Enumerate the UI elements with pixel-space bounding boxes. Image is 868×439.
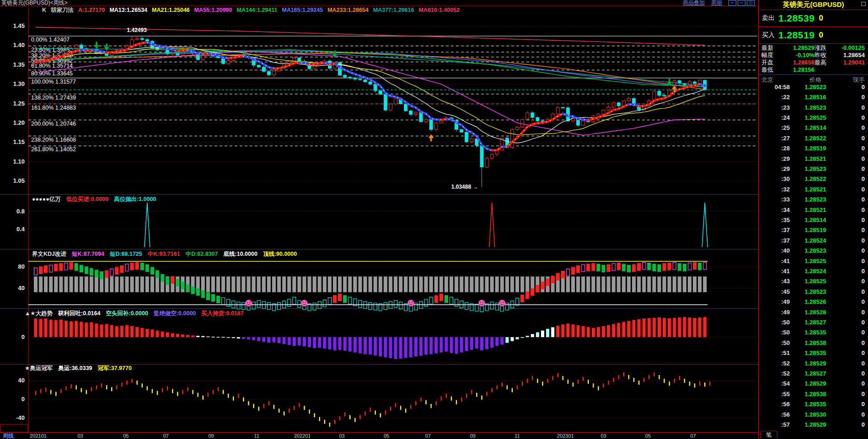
tick-row[interactable]: :251.285140 xyxy=(759,123,868,133)
yiwan-title: ●●●●●亿万 xyxy=(32,196,61,202)
yiwan-value-0: 低位买进:0.0000 xyxy=(66,196,108,202)
ma-prefix: K xyxy=(42,7,46,13)
tick-row[interactable]: :491.285280 xyxy=(759,307,868,317)
split-window-icon[interactable]: ◫ xyxy=(747,0,755,6)
tick-row[interactable]: :221.285160 xyxy=(759,92,868,102)
tick-cell-p: 1.28516 xyxy=(790,94,841,100)
tick-cell-t: :35 xyxy=(761,217,790,223)
stat-value-4: 1.28658 xyxy=(780,59,814,66)
trend-title: ▲★大趋势 xyxy=(25,310,53,317)
tick-row[interactable]: :321.285210 xyxy=(759,184,868,194)
tick-row[interactable]: :451.285230 xyxy=(759,286,868,296)
tick-row[interactable]: :401.285230 xyxy=(759,246,868,256)
ma-value-0: A:1.27170 xyxy=(78,7,105,13)
tick-row[interactable]: :291.285230 xyxy=(759,164,868,174)
tick-row[interactable]: :521.285290 xyxy=(759,358,868,368)
tick-cell-v: 0 xyxy=(841,268,865,275)
svg-text:0.00% 1.42407: 0.00% 1.42407 xyxy=(31,37,70,43)
tick-cell-v: 0 xyxy=(841,104,865,111)
tick-row[interactable]: :341.285210 xyxy=(759,205,868,215)
tick-cell-p: 1.28514 xyxy=(790,124,841,131)
tick-cell-p: 1.28524 xyxy=(790,237,841,244)
svg-text:261.80% 1.14052: 261.80% 1.14052 xyxy=(31,146,76,153)
stat-value-6: 1.28156 xyxy=(780,66,814,74)
tick-row[interactable]: :501.285270 xyxy=(759,317,868,327)
tick-row[interactable]: :491.285260 xyxy=(759,297,868,307)
tick-table[interactable]: 04:581.285230:221.285160:231.285230:241.… xyxy=(759,82,868,430)
tick-row[interactable]: :411.285240 xyxy=(759,266,868,276)
tick-row[interactable]: :561.285300 xyxy=(759,409,868,419)
period-button[interactable]: 周期 xyxy=(711,0,722,6)
tick-cell-p: 1.28538 xyxy=(790,391,841,397)
tick-cell-v: 0 xyxy=(841,278,865,285)
stat-label-0: 最新 xyxy=(761,44,780,52)
tick-row[interactable]: :541.285290 xyxy=(759,379,868,389)
tick-row[interactable]: :371.285240 xyxy=(759,235,868,245)
svg-text:1.15: 1.15 xyxy=(13,138,25,145)
sell-row[interactable]: 卖出 1.28539 0 xyxy=(759,10,868,27)
olympic-title: ★奥运冠军 xyxy=(25,365,53,371)
overlay-symbol-button[interactable]: 商品叠加 xyxy=(683,0,705,6)
kdj-value-2: 中K:93.7161 xyxy=(148,251,180,257)
chart-canvas[interactable]: 1.451.401.351.301.251.201.151.101.050.00… xyxy=(0,0,758,439)
tick-cell-t: :30 xyxy=(761,175,790,182)
buy-price: 1.28519 xyxy=(778,30,814,41)
tick-row[interactable]: 04:581.285230 xyxy=(759,82,868,92)
trend-value-0: 获利回吐:0.0164 xyxy=(58,310,100,317)
tick-cell-v: 0 xyxy=(841,217,865,223)
ma-indicator-row: K胡家刀法A:1.27170MA13:1.26534MA21:1.25046MA… xyxy=(42,6,464,14)
tick-cell-t: :29 xyxy=(761,165,790,172)
tick-cell-t: :56 xyxy=(761,411,790,418)
tick-cell-p: 1.28535 xyxy=(790,401,841,407)
tick-cell-t: :45 xyxy=(761,288,790,295)
svg-text:80: 80 xyxy=(18,263,25,270)
tick-row[interactable]: :511.285350 xyxy=(759,348,868,358)
svg-text:138.20% 1.27439: 138.20% 1.27439 xyxy=(31,95,76,101)
tick-row[interactable]: :411.285250 xyxy=(759,256,868,266)
kdj-title: 界文KDJ改进 xyxy=(32,251,66,257)
tick-row[interactable]: :551.285380 xyxy=(759,389,868,399)
svg-text:1.35: 1.35 xyxy=(13,61,25,68)
svg-text:03: 03 xyxy=(77,433,83,439)
tick-row[interactable]: :331.285230 xyxy=(759,194,868,204)
tick-row[interactable]: :301.285220 xyxy=(759,174,868,184)
svg-text:100.00% 1.31577: 100.00% 1.31577 xyxy=(31,79,76,85)
tick-cell-t: :32 xyxy=(761,186,790,193)
tick-row[interactable]: :371.285190 xyxy=(759,225,868,235)
tick-row[interactable]: :561.285350 xyxy=(759,399,868,409)
tick-row[interactable]: :501.285350 xyxy=(759,328,868,338)
tick-cell-p: 1.28529 xyxy=(790,380,841,387)
tick-row[interactable]: :431.285250 xyxy=(759,276,868,286)
ma-name: 胡家刀法 xyxy=(51,7,74,13)
tick-row[interactable]: :281.285190 xyxy=(759,143,868,153)
back-arrow-icon[interactable]: ⇦ xyxy=(729,0,736,6)
forward-arrow-icon[interactable]: ⇨ xyxy=(738,0,745,6)
stat-label-2: 幅度 xyxy=(761,52,780,59)
svg-text:1.20: 1.20 xyxy=(13,119,25,126)
sell-volume: 0 xyxy=(819,14,823,23)
tick-row[interactable]: :521.285270 xyxy=(759,368,868,378)
tick-row[interactable]: :571.285290 xyxy=(759,419,868,429)
tick-row[interactable]: :291.285210 xyxy=(759,153,868,164)
tick-row[interactable]: :231.285230 xyxy=(759,102,868,112)
tick-cell-t: :55 xyxy=(761,391,790,397)
svg-text:-40: -40 xyxy=(16,414,25,421)
ma-value-5: MA165:1.29245 xyxy=(282,7,323,13)
buy-row[interactable]: 买入 1.28519 0 xyxy=(759,27,868,44)
tick-row[interactable]: :501.285380 xyxy=(759,338,868,348)
tick-row[interactable]: :351.285140 xyxy=(759,215,868,225)
tick-cell-v: 0 xyxy=(841,165,865,172)
tick-cell-p: 1.28519 xyxy=(790,227,841,233)
restore-window-icon[interactable] xyxy=(861,2,866,6)
tick-cell-p: 1.28525 xyxy=(790,114,841,121)
svg-text:1.40: 1.40 xyxy=(13,42,25,48)
tick-cell-p: 1.28523 xyxy=(790,104,841,111)
tab-bi[interactable]: 笔 xyxy=(760,431,777,439)
ma-value-4: MA144:1.29411 xyxy=(237,7,278,13)
tick-cell-t: :52 xyxy=(761,370,790,377)
tick-cell-v: 0 xyxy=(841,411,865,418)
quote-panel: 英镑美元(GBPUSD) 卖出 1.28539 0 买入 1.28519 0 最… xyxy=(758,0,868,439)
tick-row[interactable]: :271.285220 xyxy=(759,133,868,143)
tick-row[interactable]: :241.285250 xyxy=(759,112,868,122)
tick-cell-t: :28 xyxy=(761,145,790,152)
